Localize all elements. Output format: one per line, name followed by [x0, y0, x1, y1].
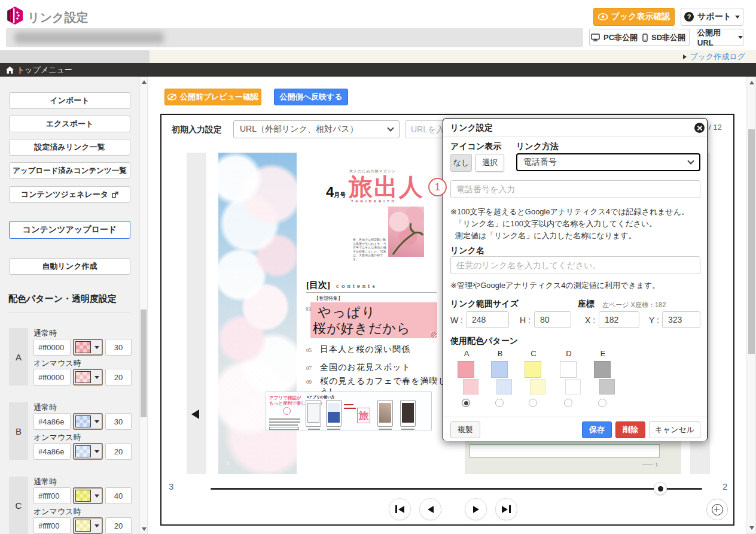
link-method-select[interactable]: 電話番号 — [516, 153, 700, 171]
pattern-swatch-normal — [458, 361, 474, 378]
link-type-select[interactable]: URL（外部リンク、相対パス） — [233, 120, 400, 138]
banner-usage-label: ●アプリの使い方 — [307, 395, 334, 400]
icon-select-button[interactable]: 選択 — [475, 154, 504, 172]
x-input[interactable] — [599, 311, 639, 328]
sidebar-item-content-upload[interactable]: コンテンツアップロード — [9, 221, 130, 239]
pattern-a-hover-opacity-input[interactable] — [105, 369, 132, 386]
sidebar-item-auto-link[interactable]: 自動リンク作成 — [9, 258, 130, 275]
pattern-c-radio[interactable] — [529, 399, 537, 407]
h-label: H : — [520, 315, 531, 325]
link-highlight-region[interactable]: やっぱり 桜が好きだから — [310, 302, 437, 338]
toc-heading: [目次] contents — [306, 280, 377, 291]
chevron-down-icon — [735, 16, 740, 19]
prev-page-button[interactable] — [419, 498, 441, 520]
modal-pattern-c: C — [523, 349, 544, 358]
toc-item: 07 全国のお花見スポット — [306, 362, 411, 373]
pattern-b-hover-opacity-input[interactable] — [105, 443, 132, 460]
y-input[interactable] — [662, 311, 700, 328]
sidebar-item-content-generator[interactable]: コンテンツジェネレータ — [9, 186, 130, 203]
normal-state-label: 通常時 — [33, 402, 57, 413]
icon-none-button[interactable]: なし — [450, 154, 472, 172]
banner-pink-tag — [269, 427, 299, 430]
support-button[interactable]: ? サポート — [681, 8, 743, 26]
close-icon[interactable] — [694, 123, 705, 133]
page-indicator: / 12 — [709, 123, 722, 132]
pattern-a-radio[interactable] — [462, 399, 470, 407]
pattern-c-hover-hex-input[interactable] — [33, 517, 71, 534]
pattern-swatch-normal — [491, 361, 508, 378]
sidebar-item-link-list[interactable]: 設定済みリンク一覧 — [9, 139, 130, 156]
first-page-button[interactable] — [389, 498, 411, 520]
sidebar-scrollbar-thumb[interactable] — [141, 310, 147, 417]
banner-arrow-bar — [344, 404, 353, 405]
pattern-swatch-hover — [599, 379, 615, 395]
color-swatch — [75, 415, 91, 427]
annotation-circle-1: 1 — [428, 178, 447, 196]
modal-pattern-a: A — [456, 349, 477, 358]
pattern-c-hover-swatch-dropdown[interactable] — [73, 517, 103, 534]
slider-left-label: 3 — [169, 481, 173, 491]
pattern-a-normal-hex-input[interactable] — [33, 339, 71, 356]
width-input[interactable] — [466, 311, 509, 328]
prev-page-strip[interactable] — [187, 153, 206, 474]
pattern-b-hover-swatch-dropdown[interactable] — [73, 443, 103, 460]
public-url-button[interactable]: 公開用URL — [697, 29, 743, 46]
scroll-up-icon[interactable] — [142, 80, 147, 84]
pc-private-button[interactable]: PC非公開 — [589, 29, 639, 46]
sidebar-item-export[interactable]: エクスポート — [9, 116, 130, 132]
link-name-input[interactable] — [450, 256, 700, 274]
pattern-a-normal-swatch-dropdown[interactable] — [73, 339, 103, 356]
sd-private-button[interactable]: SD非公開 — [639, 29, 690, 46]
chevron-down-icon — [94, 420, 99, 423]
pattern-b-normal-hex-input[interactable] — [33, 413, 71, 430]
pattern-b-normal-swatch-dropdown[interactable] — [73, 413, 103, 430]
hover-state-label: オンマウス時 — [33, 506, 81, 517]
x-label: X : — [585, 315, 595, 325]
preview-before-publish-button[interactable]: 公開前プレビュー確認 — [164, 89, 261, 105]
page-slider-track[interactable] — [211, 488, 702, 490]
pattern-a-hover-hex-input[interactable] — [33, 369, 71, 386]
phone-number-input[interactable] — [450, 180, 700, 198]
pattern-a-normal-opacity-input[interactable] — [105, 339, 132, 356]
scroll-down-icon[interactable] — [142, 527, 147, 531]
scroll-up-icon[interactable] — [749, 81, 754, 84]
pattern-b-normal-opacity-input[interactable] — [105, 413, 132, 430]
save-button[interactable]: 保存 — [582, 421, 612, 438]
banner-caption-bar — [308, 429, 320, 430]
pattern-e-radio[interactable] — [598, 399, 606, 407]
zoom-in-button[interactable] — [706, 499, 728, 520]
pattern-b-radio[interactable] — [495, 399, 504, 407]
pattern-c-normal-opacity-input[interactable] — [105, 487, 132, 504]
top-menu-bar[interactable]: トップメニュー — [0, 63, 756, 77]
chevron-down-icon — [94, 346, 99, 349]
pattern-group-a: A 通常時 オンマウス時 — [0, 328, 148, 386]
scroll-down-icon[interactable] — [749, 526, 754, 530]
pattern-c-normal-hex-input[interactable] — [33, 487, 71, 504]
magazine-title: 旅出人 — [349, 171, 424, 204]
pattern-a-hover-swatch-dropdown[interactable] — [73, 369, 103, 386]
pattern-c-normal-swatch-dropdown[interactable] — [73, 487, 103, 504]
next-page-button[interactable] — [465, 498, 487, 520]
book-log-link[interactable]: ブック作成ログ — [683, 51, 745, 62]
main-scrollbar-thumb[interactable] — [748, 129, 755, 354]
main-scrollbar[interactable] — [746, 77, 756, 534]
publish-button[interactable]: 公開側へ反映する — [274, 89, 348, 105]
cancel-button[interactable]: キャンセル — [649, 421, 700, 438]
resize-handle[interactable] — [431, 332, 437, 338]
last-page-button[interactable] — [495, 498, 517, 520]
book-view-button[interactable]: ブック表示確認 — [593, 8, 675, 26]
y-label: Y : — [649, 315, 659, 325]
pattern-d-radio[interactable] — [564, 399, 572, 407]
pattern-c-hover-opacity-input[interactable] — [105, 517, 132, 534]
delete-button[interactable]: 削除 — [615, 421, 645, 438]
modal-pattern-d: D — [559, 349, 579, 358]
sidebar-item-uploaded-contents[interactable]: アップロード済みコンテンツ一覧 — [9, 162, 130, 179]
sidebar-item-import[interactable]: インポート — [9, 92, 130, 109]
chevron-down-icon — [94, 450, 99, 453]
page-slider-thumb[interactable] — [654, 482, 667, 495]
sidebar-scrollbar[interactable] — [139, 77, 148, 534]
duplicate-button[interactable]: 複製 — [450, 421, 480, 438]
height-input[interactable] — [534, 311, 571, 328]
color-pattern-heading: 配色パターン・透明度設定 — [8, 293, 117, 305]
pattern-b-hover-hex-input[interactable] — [33, 443, 71, 460]
